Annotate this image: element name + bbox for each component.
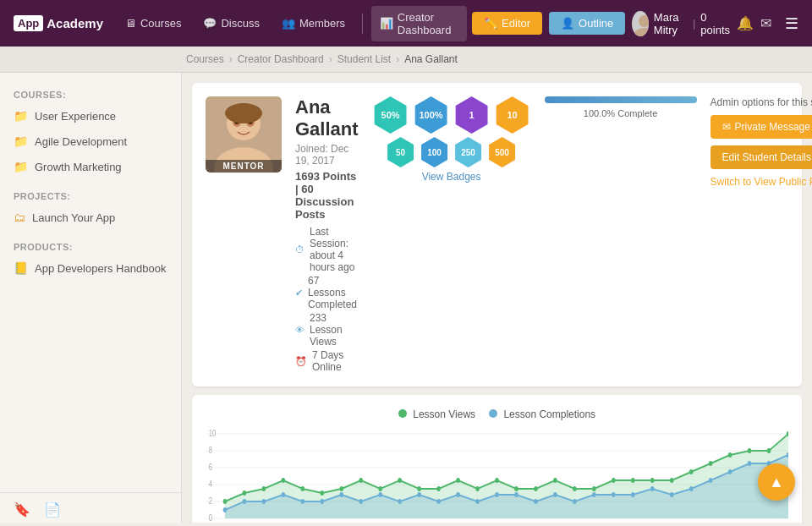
- breadcrumb-courses[interactable]: Courses: [186, 53, 224, 65]
- badge-50: 50: [386, 137, 416, 167]
- switch-profile-link[interactable]: Switch to View Public Profile: [710, 176, 812, 188]
- student-avatar: MENTOR: [206, 96, 282, 173]
- svg-point-78: [728, 469, 732, 474]
- bookmark-icon[interactable]: 🔖: [14, 501, 30, 518]
- views-dot: [398, 409, 407, 418]
- nav-link-members[interactable]: 👥 Members: [273, 12, 354, 35]
- svg-point-76: [689, 486, 694, 491]
- sidebar-item-label: Launch Your App: [32, 211, 115, 224]
- svg-text:2: 2: [209, 496, 212, 506]
- sidebar-item-user-experience[interactable]: 📁 User Experience: [0, 103, 181, 129]
- badge-row-top: 50% 100% 1 10: [372, 96, 531, 134]
- time-icon: ⏰: [295, 356, 307, 367]
- svg-point-70: [573, 499, 577, 504]
- badge-1: 1: [453, 96, 491, 134]
- document-icon[interactable]: 📄: [44, 501, 61, 518]
- profile-card: MENTOR Ana Gallant Joined: Dec 19, 2017 …: [192, 83, 802, 386]
- lesson-views-item: 👁 233 Lesson Views: [295, 312, 359, 348]
- svg-point-40: [573, 486, 577, 491]
- user-info[interactable]: Mara Mitry | 0 points: [632, 11, 730, 36]
- user-name: Mara Mitry: [654, 11, 688, 36]
- breadcrumb-arrow-1: ›: [229, 53, 233, 65]
- user-points: 0 points: [700, 11, 730, 36]
- badge-50pct: 50%: [372, 96, 409, 134]
- svg-point-74: [650, 486, 655, 491]
- pipe-separator: |: [693, 17, 695, 30]
- sidebar-courses-label: Courses:: [0, 85, 181, 103]
- nav-link-courses[interactable]: 🖥 Courses: [117, 12, 189, 35]
- svg-point-55: [282, 492, 286, 497]
- svg-point-1: [634, 28, 649, 36]
- logo-academy: Academy: [47, 16, 103, 30]
- svg-point-30: [378, 486, 382, 491]
- svg-point-66: [495, 492, 499, 497]
- bell-icon[interactable]: 🔔: [737, 15, 754, 31]
- legend-views: Lesson Views: [398, 408, 475, 420]
- profile-stats: 1693 Points | 60 Discussion Posts: [295, 170, 359, 221]
- nav-link-discuss[interactable]: 💬 Discuss: [195, 12, 268, 35]
- svg-point-64: [456, 492, 460, 497]
- last-session-item: ⏱ Last Session: about 4 hours ago: [295, 226, 359, 273]
- svg-point-25: [282, 478, 286, 483]
- svg-point-65: [475, 499, 480, 504]
- sidebar-projects-label: Projects:: [0, 186, 181, 205]
- private-message-button[interactable]: ✉ Private Message: [710, 115, 812, 139]
- clock-icon: ⏱: [295, 244, 304, 255]
- sidebar-item-growth-marketing[interactable]: 📁 Growth Marketing: [0, 154, 181, 179]
- badge-100pct: 100%: [413, 96, 450, 134]
- svg-point-71: [592, 492, 596, 497]
- badges-section: 50% 100% 1 10 50 100 250 500 View Badges: [372, 96, 531, 183]
- svg-point-67: [514, 492, 518, 497]
- lessons-completed-item: ✔ 67 Lessons Completed: [295, 275, 359, 310]
- svg-point-49: [748, 448, 752, 453]
- chat-icon[interactable]: ✉: [760, 15, 771, 31]
- badge-500: 500: [487, 137, 518, 167]
- nav-right: ✏️ Editor 👤 Outline Mara Mitry | 0 point…: [472, 11, 798, 36]
- svg-point-57: [321, 499, 325, 504]
- nav-separator: [362, 14, 363, 34]
- breadcrumb-arrow-3: ›: [396, 53, 399, 65]
- hamburger-menu-icon[interactable]: ☰: [785, 14, 798, 33]
- breadcrumb-current: Ana Gallant: [404, 53, 458, 65]
- sidebar-item-agile-development[interactable]: 📁 Agile Development: [0, 129, 181, 154]
- folder-icon: 📁: [14, 109, 28, 123]
- badge-250: 250: [453, 137, 484, 167]
- breadcrumb-creator-dashboard[interactable]: Creator Dashboard: [238, 53, 324, 65]
- breadcrumb-arrow-2: ›: [329, 53, 332, 65]
- svg-point-43: [631, 478, 635, 483]
- chart-icon: 📊: [380, 17, 393, 30]
- svg-point-58: [339, 492, 343, 497]
- progress-bar-fill: [545, 96, 697, 103]
- breadcrumb-student-list[interactable]: Student List: [337, 53, 391, 65]
- svg-point-42: [612, 478, 616, 483]
- svg-point-60: [378, 492, 382, 497]
- envelope-icon: ✉: [722, 121, 731, 133]
- svg-text:10: 10: [209, 429, 217, 438]
- sidebar-item-app-developers-handbook[interactable]: 📒 App Developers Handbook: [0, 255, 181, 281]
- editor-button[interactable]: ✏️ Editor: [472, 12, 542, 35]
- fab-button[interactable]: ▲: [758, 463, 795, 501]
- pencil-icon: ✏️: [484, 17, 497, 30]
- profile-meta: ⏱ Last Session: about 4 hours ago ✔ 67 L…: [295, 226, 359, 373]
- progress-bar-container: [545, 96, 697, 103]
- badge-10: 10: [494, 96, 531, 134]
- nav-link-creator-dashboard[interactable]: 📊 Creator Dashboard: [371, 6, 467, 41]
- edit-student-button[interactable]: Edit Student Details: [710, 145, 812, 169]
- sidebar: Courses: 📁 User Experience 📁 Agile Devel…: [0, 73, 182, 523]
- svg-point-62: [417, 492, 421, 497]
- content-area: MENTOR Ana Gallant Joined: Dec 19, 2017 …: [182, 73, 812, 523]
- svg-point-39: [553, 478, 557, 483]
- product-icon: 📒: [14, 261, 28, 275]
- eye-icon: 👁: [295, 325, 304, 335]
- view-badges-link[interactable]: View Badges: [422, 171, 481, 183]
- badge-row-bottom: 50 100 250 500: [386, 137, 518, 167]
- svg-point-54: [262, 499, 266, 504]
- badge-100: 100: [420, 137, 450, 167]
- svg-point-47: [709, 461, 713, 466]
- sidebar-item-launch-your-app[interactable]: 🗂 Launch Your App: [0, 205, 181, 230]
- progress-section: 100.0% Complete: [545, 96, 697, 118]
- app-logo[interactable]: App Academy: [14, 15, 103, 31]
- svg-point-46: [689, 469, 694, 474]
- mentor-badge: MENTOR: [206, 160, 282, 173]
- outline-button[interactable]: 👤 Outline: [549, 12, 625, 35]
